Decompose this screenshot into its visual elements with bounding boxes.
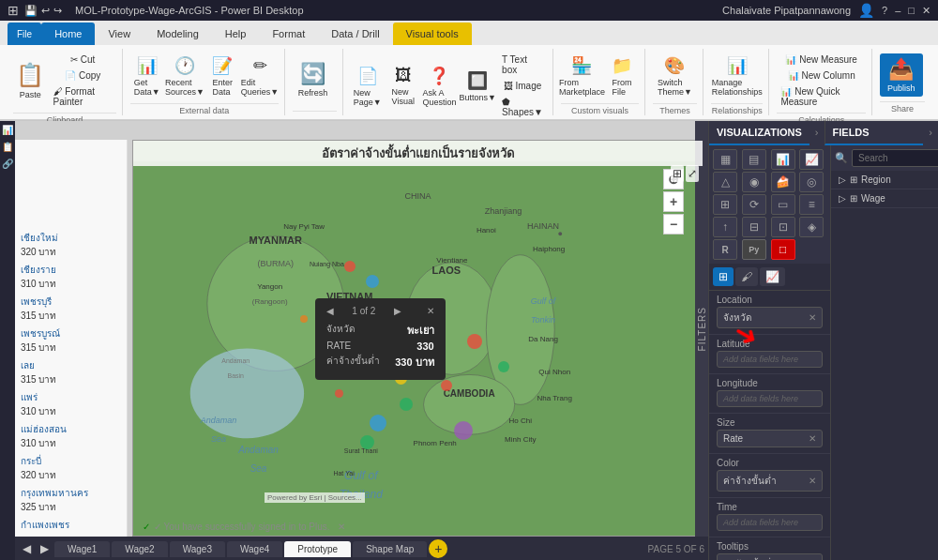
expand-icon[interactable]: ⤢ — [686, 165, 699, 182]
recent-sources-button[interactable]: 🕐 RecentSources▼ — [166, 53, 204, 99]
viz-donut[interactable]: ◎ — [799, 172, 824, 192]
viz-multi-row-card[interactable]: ≡ — [799, 194, 824, 215]
viz-bar-chart[interactable]: ▦ — [713, 149, 737, 170]
map-dot[interactable] — [454, 421, 473, 440]
paste-button[interactable]: 📋 Paste — [13, 59, 48, 102]
tooltip-nav[interactable]: ◀ — [326, 306, 334, 316]
new-visual-button[interactable]: 🖼 NewVisual — [386, 63, 420, 109]
size-field[interactable]: Rate ✕ — [717, 430, 823, 447]
map-dot[interactable] — [400, 398, 413, 411]
maximize-btn[interactable]: □ — [908, 5, 915, 16]
enter-data-button[interactable]: 📝 EnterData — [205, 53, 239, 99]
fields-panel-header[interactable]: FIELDS — [825, 121, 924, 145]
close-btn[interactable]: ✕ — [922, 5, 930, 17]
redo-icon[interactable]: ↪ — [53, 5, 62, 17]
map-dot[interactable] — [498, 361, 509, 372]
color-field[interactable]: ค่าจ้างขั้นต่ำ ✕ — [717, 470, 823, 492]
viz-python-visual[interactable]: Py — [742, 239, 766, 260]
undo-icon[interactable]: ↩ — [41, 5, 50, 17]
map-zoom-in-button[interactable]: + — [663, 191, 684, 212]
viz-matrix[interactable]: ◈ — [799, 217, 824, 237]
success-close[interactable]: ✕ — [338, 522, 345, 532]
save-icon[interactable]: 💾 — [24, 5, 38, 17]
new-measure-button[interactable]: 📊 New Measure — [777, 53, 866, 67]
map-dot[interactable] — [441, 380, 452, 391]
cut-button[interactable]: ✂ Cut — [50, 53, 116, 67]
map-zoom-out-button[interactable]: − — [663, 214, 684, 235]
tab-wage4[interactable]: Wage4 — [227, 541, 282, 557]
image-button[interactable]: 🖼 Image — [498, 79, 547, 93]
shapes-button[interactable]: ⬟ Shapes▼ — [498, 95, 547, 119]
map-dot[interactable] — [335, 389, 343, 398]
nav-data-icon[interactable]: 📋 — [1, 142, 14, 155]
viz-slicer[interactable]: ⊟ — [742, 217, 766, 237]
tab-wage1[interactable]: Wage1 — [54, 541, 110, 557]
format-tab[interactable]: Format — [259, 23, 318, 45]
viz-r-visual[interactable]: R — [713, 239, 737, 260]
nav-report-icon[interactable]: 📊 — [1, 125, 14, 138]
from-file-button[interactable]: 📁 FromFile — [605, 53, 639, 99]
minimize-btn[interactable]: – — [895, 5, 900, 16]
page-next[interactable]: ▶ — [37, 542, 53, 555]
province-field-remove[interactable]: ✕ — [809, 312, 816, 323]
new-quick-measure-button[interactable]: 📊 New Quick Measure — [777, 84, 866, 109]
wage-group-header[interactable]: ▷ ⊞ Wage — [831, 189, 938, 207]
map-dot[interactable] — [467, 334, 482, 349]
color-field-remove[interactable]: ✕ — [809, 476, 816, 486]
viz-gauge[interactable]: ⟳ — [742, 194, 766, 215]
buttons-button[interactable]: 🔲 Buttons▼ — [459, 68, 496, 105]
marketplace-button[interactable]: 🏪 FromMarketplace — [561, 53, 603, 99]
refresh-button[interactable]: 🔄 Refresh — [293, 59, 334, 100]
map-dot[interactable] — [370, 415, 386, 431]
new-column-button[interactable]: 📊 New Column — [777, 68, 866, 83]
switch-theme-button[interactable]: 🎨 SwitchTheme▼ — [653, 53, 697, 99]
publish-button[interactable]: 📤 Publish — [880, 53, 923, 97]
modeling-tab[interactable]: Modeling — [144, 23, 212, 45]
map-dot[interactable] — [360, 435, 374, 449]
help-tab[interactable]: Help — [212, 23, 260, 45]
viz-custom-active[interactable]: □ — [771, 239, 795, 260]
fields-search-input[interactable] — [852, 149, 938, 167]
region-group-header[interactable]: ▷ ⊞ Region — [831, 171, 938, 189]
tab-wage3[interactable]: Wage3 — [170, 541, 225, 557]
viz-column-chart[interactable]: 📊 — [771, 149, 795, 170]
viz-stacked-bar[interactable]: ▤ — [742, 149, 766, 170]
viz-tab-analytics[interactable]: 📈 — [760, 267, 785, 286]
tab-wage2[interactable]: Wage2 — [112, 541, 167, 557]
latitude-field[interactable]: Add data fields here — [717, 351, 823, 368]
viz-area-chart[interactable]: △ — [713, 172, 737, 192]
data-drill-tab[interactable]: Data / Drill — [318, 23, 392, 45]
copy-button[interactable]: 📄 Copy — [50, 68, 116, 83]
viz-treemap[interactable]: ⊞ — [713, 194, 737, 215]
map-dot[interactable] — [366, 275, 379, 288]
viz-tab-format[interactable]: 🖌 — [735, 267, 758, 286]
viz-card[interactable]: ▭ — [771, 194, 795, 215]
edit-queries-button[interactable]: ✏ EditQueries▼ — [241, 53, 278, 99]
filter-icon[interactable]: ⊞ — [671, 165, 684, 182]
viz-scatter[interactable]: ◉ — [742, 172, 766, 192]
home-tab[interactable]: Home — [41, 23, 95, 45]
view-tab[interactable]: View — [95, 23, 144, 45]
visual-tools-tab[interactable]: Visual tools — [393, 23, 472, 45]
textbox-button[interactable]: T Text box — [498, 53, 547, 77]
province-field[interactable]: จังหวัด ✕ — [717, 307, 823, 328]
viz-expand-icon[interactable]: › — [809, 121, 825, 145]
help-icon[interactable]: ? — [882, 5, 887, 16]
visualizations-panel-header[interactable]: VISUALIZATIONS — [709, 121, 809, 145]
tab-shape-map[interactable]: Shape Map — [353, 541, 427, 557]
viz-line-chart[interactable]: 📈 — [799, 149, 824, 170]
fields-expand-icon[interactable]: › — [923, 121, 938, 145]
viz-pie[interactable]: 🍰 — [771, 172, 795, 192]
nav-model-icon[interactable]: 🔗 — [1, 159, 14, 172]
map-dot[interactable] — [344, 261, 356, 272]
tab-prototype[interactable]: Prototype — [284, 541, 351, 557]
new-page-button[interactable]: 📄 NewPage▼ — [351, 63, 385, 110]
viz-table[interactable]: ⊡ — [771, 217, 795, 237]
tooltips-field[interactable]: ค่าจ้างขั้นต่ำ ✕ — [717, 553, 823, 560]
viz-kpi[interactable]: ↑ — [713, 217, 737, 237]
time-field[interactable]: Add data fields here — [717, 514, 823, 531]
manage-relationships-button[interactable]: 📊 ManageRelationships — [711, 53, 763, 99]
viz-tab-fields[interactable]: ⊞ — [713, 267, 734, 286]
format-painter-button[interactable]: 🖌 Format Painter — [50, 84, 116, 109]
map-dot[interactable] — [300, 315, 308, 323]
